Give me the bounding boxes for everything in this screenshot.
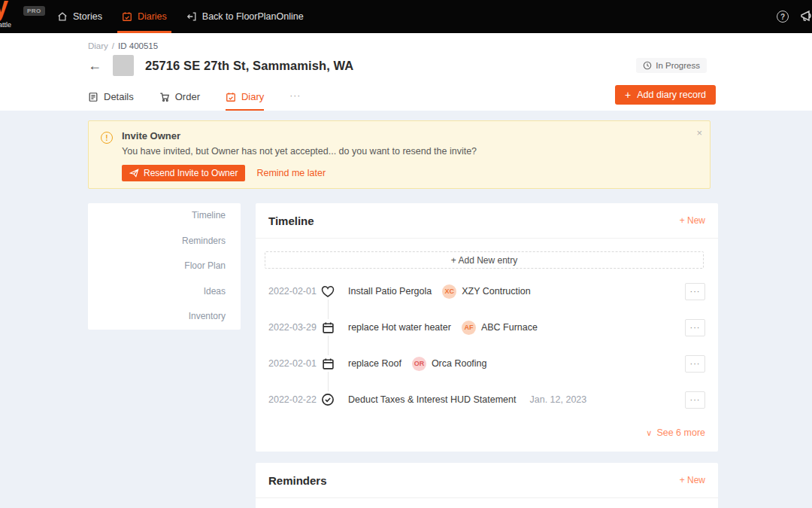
tabs-more-button[interactable]: ···	[289, 90, 301, 111]
entry-icon-col	[317, 345, 339, 382]
entry-company: ABC Furnace	[481, 322, 538, 333]
nav-item-label: Diaries	[138, 11, 167, 22]
status-label: In Progress	[656, 61, 700, 70]
see-more-label: See 6 more	[656, 427, 705, 438]
tab-label: Details	[104, 91, 134, 102]
tab-label: Order	[175, 91, 200, 102]
sidebar-item-ideas[interactable]: Ideas	[103, 279, 226, 305]
reminders-card-header: Reminders + New	[256, 463, 718, 498]
breadcrumb-id: ID 400515	[118, 41, 158, 50]
reminders-title: Reminders	[268, 474, 327, 487]
timeline-card: Timeline + New + Add New entry 2022-02-0…	[256, 203, 718, 452]
entry-date: 2022-02-01	[268, 286, 317, 297]
calendar-icon	[322, 357, 335, 370]
timeline-entry: 2022-02-22 Deduct Taxes & Interest HUD S…	[256, 382, 718, 418]
entry-title: Deduct Taxes & Interest HUD Statement	[348, 394, 516, 405]
logo-subtext: attle	[0, 21, 11, 29]
nav-item-label: Stories	[73, 11, 102, 22]
clock-icon	[643, 61, 652, 70]
reminders-card: Reminders + New	[256, 463, 718, 508]
section-sidebar: Timeline Reminders Floor Plan Ideas Inve…	[88, 203, 241, 330]
entry-more-button[interactable]: ···	[685, 283, 705, 300]
entry-more-button[interactable]: ···	[685, 319, 705, 336]
pro-badge: PRO	[23, 6, 45, 16]
calendar-icon	[322, 321, 335, 334]
chevron-down-icon: ∨	[646, 428, 652, 437]
entry-more-button[interactable]: ···	[685, 355, 705, 373]
megaphone-icon[interactable]	[800, 10, 812, 23]
timeline-card-header: Timeline + New	[256, 203, 718, 239]
navbar-right-icons: ?	[777, 10, 812, 23]
breadcrumb-separator: /	[112, 41, 114, 50]
invite-owner-banner: ! Invite Owner You have invited, but Own…	[88, 120, 710, 189]
entry-title: replace Roof	[348, 358, 401, 369]
entry-company: XZY Contruction	[462, 286, 530, 297]
content-area: ! Invite Owner You have invited, but Own…	[0, 111, 812, 508]
avatar-chip: OR	[412, 357, 426, 371]
nav-item-back-to-floorplanonline[interactable]: Back to FloorPlanOnline	[186, 0, 304, 33]
entry-date: 2022-02-01	[268, 358, 317, 369]
calendar-check-icon	[122, 11, 132, 22]
avatar-chip: XC	[442, 284, 456, 299]
calendar-check-icon	[226, 92, 236, 102]
banner-body: You have invited, but Owner has not yet …	[122, 146, 687, 157]
tab-order[interactable]: Order	[159, 91, 200, 111]
resend-invite-label: Resend Invite to Owner	[144, 168, 238, 178]
check-circle-icon	[321, 393, 335, 406]
cart-icon	[159, 92, 170, 102]
banner-title: Invite Owner	[122, 130, 687, 141]
resend-invite-button[interactable]: Resend Invite to Owner	[122, 165, 245, 181]
entry-icon-col	[317, 273, 339, 309]
entry-due-date: Jan. 12, 2023	[529, 394, 586, 405]
entry-icon-col	[317, 382, 339, 418]
warning-circle-icon: !	[101, 132, 113, 144]
entry-icon-col	[317, 309, 339, 345]
nav-item-diaries[interactable]: Diaries	[122, 0, 167, 33]
help-icon[interactable]: ?	[777, 11, 789, 23]
entry-date: 2022-03-29	[268, 322, 317, 333]
timeline-title: Timeline	[268, 214, 314, 227]
avatar-chip: AF	[462, 321, 476, 335]
page-header: Diary/ID 400515 ← 25716 SE 27th St, Samm…	[0, 33, 812, 111]
breadcrumb-diary[interactable]: Diary	[88, 41, 108, 50]
top-navbar: y PRO attle Stories Diaries Back to Floo…	[0, 0, 812, 33]
status-badge: In Progress	[636, 58, 707, 73]
heart-icon	[321, 285, 335, 298]
sidebar-item-reminders[interactable]: Reminders	[103, 229, 226, 254]
sidebar-item-floor-plan[interactable]: Floor Plan	[103, 254, 226, 279]
breadcrumb: Diary/ID 400515	[88, 41, 158, 50]
sidebar-item-inventory[interactable]: Inventory	[103, 304, 226, 330]
nav-item-stories[interactable]: Stories	[57, 0, 102, 33]
sidebar-item-timeline[interactable]: Timeline	[103, 203, 226, 229]
timeline-entry: 2022-02-01 Install Patio Pergola XC XZY …	[256, 273, 718, 309]
tab-details[interactable]: Details	[88, 91, 134, 111]
timeline-entries: 2022-02-01 Install Patio Pergola XC XZY …	[256, 269, 718, 418]
main-column: Timeline + New + Add New entry 2022-02-0…	[256, 203, 718, 508]
close-icon[interactable]: ×	[696, 128, 702, 138]
reminders-new-link[interactable]: + New	[680, 475, 705, 485]
tab-diary[interactable]: Diary	[226, 91, 264, 111]
timeline-entry: 2022-02-01 replace Roof OR Orca Roofing …	[256, 345, 718, 382]
columns: Timeline Reminders Floor Plan Ideas Inve…	[88, 203, 812, 508]
remind-me-later-link[interactable]: Remind me later	[256, 168, 326, 178]
property-thumbnail	[113, 55, 134, 76]
add-diary-record-label: Add diary record	[637, 90, 706, 100]
nav-item-label: Back to FloorPlanOnline	[202, 11, 304, 22]
send-icon	[129, 169, 139, 178]
add-new-entry-button[interactable]: + Add New entry	[265, 251, 704, 269]
see-more-link[interactable]: ∨See 6 more	[256, 418, 718, 452]
document-icon	[88, 92, 98, 102]
add-diary-record-button[interactable]: + Add diary record	[615, 85, 716, 105]
app-logo[interactable]: y PRO attle	[0, 0, 48, 33]
plus-icon: +	[625, 90, 631, 100]
exit-icon	[186, 11, 197, 22]
entry-title: replace Hot water heater	[348, 322, 451, 333]
entry-date: 2022-02-22	[268, 394, 317, 405]
entry-more-button[interactable]: ···	[685, 391, 705, 409]
entry-company: Orca Roofing	[432, 358, 487, 369]
back-arrow-icon[interactable]: ←	[88, 59, 102, 72]
home-icon	[57, 11, 68, 22]
tab-label: Diary	[241, 91, 264, 102]
timeline-entry: 2022-03-29 replace Hot water heater AF A…	[256, 309, 718, 345]
timeline-new-link[interactable]: + New	[680, 215, 705, 226]
